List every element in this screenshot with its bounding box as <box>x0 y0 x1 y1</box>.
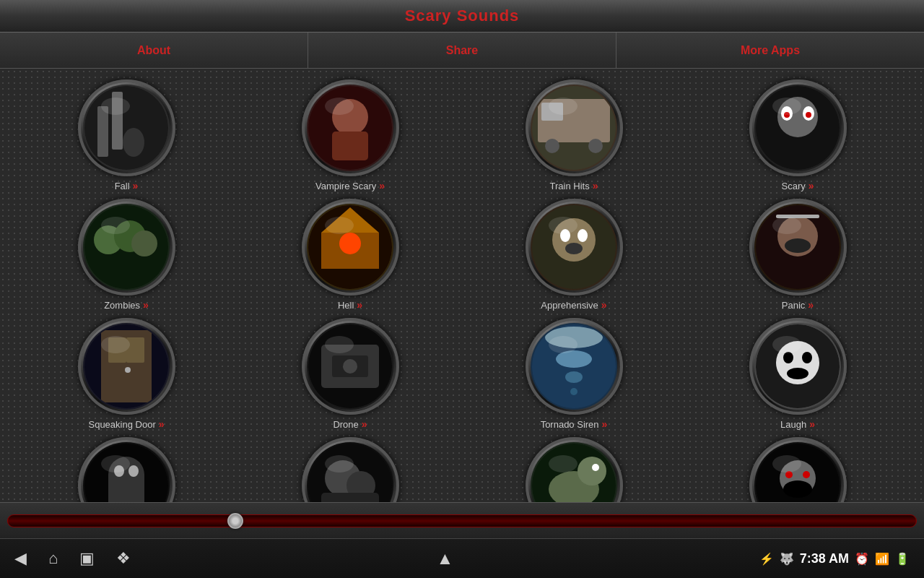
sound-image-creepy <box>754 442 841 502</box>
sound-circle-shadow <box>302 437 399 502</box>
sound-label-text-panic: Panic <box>782 300 806 311</box>
svg-point-69 <box>570 388 578 395</box>
svg-point-16 <box>588 139 603 153</box>
sound-item-ghost[interactable]: Ghost» <box>14 434 238 502</box>
sound-item-shadow[interactable]: Shadow» <box>238 434 462 502</box>
sound-label-text-zombies: Zombies <box>104 300 140 311</box>
sound-label-apprehensive: Apprehensive» <box>541 299 606 311</box>
svg-rect-89 <box>321 493 379 502</box>
sound-item-zombies[interactable]: Zombies» <box>14 195 238 314</box>
sound-item-fall[interactable]: Fall» <box>14 76 238 195</box>
sound-circle-vampire <box>302 79 399 176</box>
sound-arrow-fall: » <box>133 180 139 191</box>
svg-point-25 <box>772 98 801 115</box>
sound-image-train <box>531 85 617 171</box>
sound-image-hell <box>307 204 393 290</box>
sound-item-vampire[interactable]: Vampire Scary» <box>238 76 462 195</box>
svg-point-100 <box>783 480 812 498</box>
main-content: Fall»Vampire Scary»Train Hits»Scary»Zomb… <box>0 69 924 502</box>
sound-arrow-drone: » <box>362 418 367 430</box>
sound-image-tornado <box>531 323 617 410</box>
svg-point-50 <box>772 217 801 234</box>
svg-point-4 <box>123 128 144 157</box>
svg-rect-9 <box>332 131 368 160</box>
sound-image-zombies <box>83 204 170 290</box>
sound-label-text-train: Train Hits <box>550 181 590 191</box>
svg-point-57 <box>101 336 130 353</box>
back-button[interactable]: ◀ <box>14 549 27 568</box>
sound-arrow-apprehensive: » <box>601 299 607 311</box>
sound-item-scary[interactable]: Scary» <box>686 76 910 195</box>
app-title: Scary Sounds <box>405 7 520 25</box>
svg-point-43 <box>565 243 583 254</box>
svg-point-68 <box>565 371 583 383</box>
sound-label-train: Train Hits» <box>550 180 598 191</box>
sound-item-laugh[interactable]: Laugh» <box>686 314 910 434</box>
svg-point-63 <box>325 336 354 353</box>
sound-item-train[interactable]: Train Hits» <box>462 76 686 195</box>
sound-label-door: Squeaking Door» <box>88 418 164 430</box>
sound-item-drone[interactable]: Drone» <box>238 314 462 434</box>
sound-item-panic[interactable]: Panic» <box>686 195 910 314</box>
sound-circle-ghost <box>78 437 175 502</box>
sound-label-text-scary: Scary <box>781 181 805 191</box>
sound-arrow-vampire: » <box>379 180 385 191</box>
sound-arrow-scary: » <box>808 180 814 191</box>
sound-circle-panic <box>749 199 847 296</box>
sound-circle-tornado <box>526 318 623 415</box>
svg-point-94 <box>578 457 606 486</box>
sound-image-panic <box>754 204 841 290</box>
sound-item-apprehensive[interactable]: Apprehensive» <box>462 195 686 314</box>
nav-more-apps[interactable]: More Apps <box>616 33 924 68</box>
sound-circle-laugh <box>749 318 847 415</box>
svg-point-5 <box>101 98 130 115</box>
alarm-icon: ⏰ <box>855 552 869 566</box>
progress-bar-area[interactable] <box>0 502 924 538</box>
usb-icon: ⚡ <box>759 552 774 566</box>
svg-point-90 <box>325 455 354 473</box>
svg-point-48 <box>785 238 811 253</box>
sound-arrow-panic: » <box>808 299 814 311</box>
sound-label-zombies: Zombies» <box>104 299 149 311</box>
sound-label-tornado: Tornado Siren» <box>541 418 608 430</box>
sound-arrow-train: » <box>593 180 598 191</box>
sound-label-text-drone: Drone <box>333 419 358 430</box>
sound-image-shadow <box>307 442 393 502</box>
sound-item-tornado[interactable]: Tornado Siren» <box>462 314 686 434</box>
battery-icon: 🔋 <box>895 552 910 566</box>
svg-point-36 <box>339 233 361 254</box>
sound-item-dinosaur[interactable]: Dinosaur» <box>462 434 686 502</box>
bottom-nav-left: ◀ ⌂ ▣ ❖ <box>14 549 131 568</box>
sound-circle-zombies <box>78 199 175 296</box>
sound-circle-creepy <box>749 437 847 502</box>
sound-arrow-door: » <box>159 418 165 430</box>
sound-label-fall: Fall» <box>115 180 139 191</box>
svg-point-1 <box>84 86 168 170</box>
sound-image-apprehensive <box>531 204 617 290</box>
home-button[interactable]: ⌂ <box>48 549 58 568</box>
recent-apps-button[interactable]: ▣ <box>79 549 95 568</box>
sound-label-drone: Drone» <box>333 418 367 430</box>
svg-point-77 <box>772 336 801 353</box>
svg-rect-2 <box>97 106 108 157</box>
sound-grid: Fall»Vampire Scary»Train Hits»Scary»Zomb… <box>14 76 910 502</box>
sound-item-hell[interactable]: Hell» <box>238 195 462 314</box>
svg-point-83 <box>128 465 139 477</box>
svg-point-44 <box>549 217 578 234</box>
sound-circle-train <box>526 79 623 176</box>
progress-thumb[interactable] <box>227 513 243 529</box>
title-bar: Scary Sounds <box>0 0 924 33</box>
qr-button[interactable]: ❖ <box>116 549 131 568</box>
svg-point-75 <box>802 352 812 363</box>
up-button[interactable]: ▲ <box>437 548 454 569</box>
sound-item-door[interactable]: Squeaking Door» <box>14 314 238 434</box>
nav-about[interactable]: About <box>0 33 308 68</box>
sound-image-vampire <box>307 85 393 171</box>
sound-item-creepy[interactable]: Creepy» <box>686 434 910 502</box>
progress-track[interactable] <box>7 514 917 527</box>
nav-share[interactable]: Share <box>308 33 616 68</box>
svg-point-42 <box>578 229 588 242</box>
svg-point-30 <box>131 230 157 256</box>
sound-circle-drone <box>302 318 399 415</box>
sound-circle-door <box>78 318 175 415</box>
